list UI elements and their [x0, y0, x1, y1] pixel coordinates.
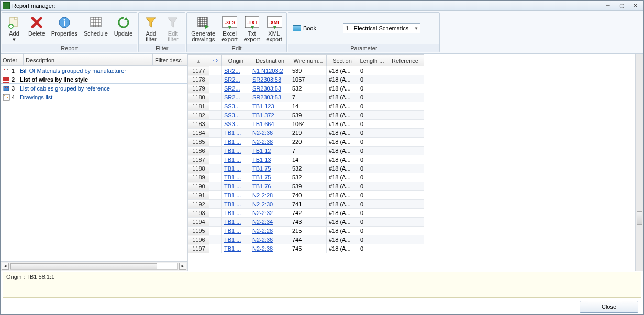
table-row[interactable]: 1188TB1 ...TB1 75532#18 (A...0	[188, 164, 424, 173]
cell-destination[interactable]: N2-2:28	[250, 191, 290, 200]
col-filter[interactable]: Filter desc	[153, 54, 187, 65]
row-number[interactable]: 1188	[188, 164, 209, 173]
cell-destination[interactable]: N2-2:34	[250, 218, 290, 227]
row-number[interactable]: 1184	[188, 129, 209, 138]
report-list-item[interactable]: 4Drawings list	[1, 93, 187, 102]
delete-button[interactable]: Delete	[25, 14, 48, 43]
table-row[interactable]: 1178SR2...SR2303:531057#18 (A...0	[188, 75, 424, 84]
table-row[interactable]: 1181SS3...TB1 12314#18 (A...0	[188, 102, 424, 111]
row-number[interactable]: 1192	[188, 200, 209, 209]
cell-destination[interactable]: N2-2:36	[250, 129, 290, 138]
add-button[interactable]: Add▾	[3, 14, 25, 43]
cell-origin[interactable]: SR2...	[222, 75, 250, 84]
row-number[interactable]: 1197	[188, 244, 209, 253]
cell-destination[interactable]: N2-2:30	[250, 200, 290, 209]
row-header-blank[interactable]: ▲	[188, 55, 209, 66]
row-number[interactable]: 1182	[188, 111, 209, 120]
cell-destination[interactable]: TB1 372	[250, 111, 290, 120]
cell-destination[interactable]: TB1 76	[250, 182, 290, 191]
cell-destination[interactable]: TB1 75	[250, 164, 290, 173]
table-row[interactable]: 1197TB1 ...N2-2:38745#18 (A...0	[188, 244, 424, 253]
cell-origin[interactable]: SS3...	[222, 120, 250, 129]
cell-origin[interactable]: TB1 ...	[222, 129, 250, 138]
table-row[interactable]: 1177SR2...N1 N1203:2539#18 (A...0	[188, 66, 424, 75]
row-number[interactable]: 1194	[188, 218, 209, 227]
cell-destination[interactable]: N2-2:38	[250, 138, 290, 147]
cell-origin[interactable]: SR2...	[222, 93, 250, 102]
table-row[interactable]: 1187TB1 ...TB1 1314#18 (A...0	[188, 155, 424, 164]
row-number[interactable]: 1196	[188, 235, 209, 244]
left-hscrollbar[interactable]: ◄ ►	[1, 261, 187, 271]
cell-origin[interactable]: TB1 ...	[222, 235, 250, 244]
row-number[interactable]: 1186	[188, 147, 209, 155]
cell-origin[interactable]: TB1 ...	[222, 209, 250, 218]
cell-destination[interactable]: SR2303:53	[250, 75, 290, 84]
cell-origin[interactable]: SS3...	[222, 102, 250, 111]
table-row[interactable]: 1182SS3...TB1 372539#18 (A...0	[188, 111, 424, 120]
cell-origin[interactable]: TB1 ...	[222, 182, 250, 191]
add-filter-button[interactable]: Add filter	[140, 14, 162, 43]
excel-export-button[interactable]: .XLS Excel export	[218, 14, 241, 43]
cell-origin[interactable]: TB1 ...	[222, 155, 250, 164]
grid-vscrollbar[interactable]	[635, 54, 643, 271]
cell-origin[interactable]: SR2...	[222, 84, 250, 93]
cell-origin[interactable]: TB1 ...	[222, 164, 250, 173]
row-number[interactable]: 1183	[188, 120, 209, 129]
cell-destination[interactable]: TB1 12	[250, 147, 290, 155]
close-window-button[interactable]: ✕	[629, 2, 641, 9]
report-list-item[interactable]: 1Bill Of Materials grouped by manufactur…	[1, 66, 187, 75]
cell-destination[interactable]: N2-2:28	[250, 227, 290, 235]
table-row[interactable]: 1192TB1 ...N2-2:30741#18 (A...0	[188, 200, 424, 209]
cell-destination[interactable]: TB1 123	[250, 102, 290, 111]
col-wirenum[interactable]: Wire num...	[290, 55, 327, 66]
cell-origin[interactable]: TB1 ...	[222, 147, 250, 155]
cell-origin[interactable]: TB1 ...	[222, 218, 250, 227]
col-origin[interactable]: Origin	[222, 55, 250, 66]
table-row[interactable]: 1194TB1 ...N2-2:34743#18 (A...0	[188, 218, 424, 227]
cell-destination[interactable]: TB1 75	[250, 173, 290, 182]
minimize-button[interactable]: ─	[602, 2, 614, 9]
row-number[interactable]: 1185	[188, 138, 209, 147]
update-button[interactable]: Update	[111, 14, 136, 43]
generate-drawings-button[interactable]: Generate drawings	[188, 14, 218, 43]
book-select[interactable]: 1 - Electrical Schematics ▼	[343, 23, 420, 33]
col-length[interactable]: Length ...	[358, 55, 386, 66]
cell-destination[interactable]: TB1 13	[250, 155, 290, 164]
cell-origin[interactable]: SR2...	[222, 66, 250, 75]
cell-destination[interactable]: N2-2:38	[250, 244, 290, 253]
xml-export-button[interactable]: .XML XML export	[263, 14, 285, 43]
cell-origin[interactable]: SS3...	[222, 111, 250, 120]
report-list-item[interactable]: 2List of wires by line style	[1, 75, 187, 84]
row-number[interactable]: 1180	[188, 93, 209, 102]
cell-destination[interactable]: N2-2:32	[250, 209, 290, 218]
row-number[interactable]: 1181	[188, 102, 209, 111]
table-row[interactable]: 1179SR2...SR2303:53532#18 (A...0	[188, 84, 424, 93]
close-button[interactable]: Close	[580, 301, 638, 313]
row-number[interactable]: 1178	[188, 75, 209, 84]
cell-origin[interactable]: TB1 ...	[222, 200, 250, 209]
table-row[interactable]: 1183SS3...TB1 6641064#18 (A...0	[188, 120, 424, 129]
col-section[interactable]: Section	[327, 55, 358, 66]
cell-destination[interactable]: SR2303:53	[250, 84, 290, 93]
col-order[interactable]: Order	[1, 54, 24, 65]
cell-destination[interactable]: N1 N1203:2	[250, 66, 290, 75]
schedule-button[interactable]: Schedule	[81, 14, 111, 43]
cell-origin[interactable]: TB1 ...	[222, 244, 250, 253]
row-number[interactable]: 1189	[188, 173, 209, 182]
cell-origin[interactable]: TB1 ...	[222, 138, 250, 147]
cell-destination[interactable]: N2-2:36	[250, 235, 290, 244]
cell-origin[interactable]: TB1 ...	[222, 191, 250, 200]
row-number[interactable]: 1193	[188, 209, 209, 218]
maximize-button[interactable]: ▢	[615, 2, 628, 9]
report-list-item[interactable]: 3List of cables grouped by reference	[1, 84, 187, 93]
scroll-left-icon[interactable]: ◄	[2, 263, 9, 270]
row-number[interactable]: 1195	[188, 227, 209, 235]
row-number[interactable]: 1190	[188, 182, 209, 191]
cell-destination[interactable]: SR2303:53	[250, 93, 290, 102]
row-number[interactable]: 1191	[188, 191, 209, 200]
col-reference[interactable]: Reference	[386, 55, 424, 66]
cell-destination[interactable]: TB1 664	[250, 120, 290, 129]
edit-filter-button[interactable]: Edit filter	[162, 14, 184, 43]
row-number[interactable]: 1179	[188, 84, 209, 93]
row-number[interactable]: 1177	[188, 66, 209, 75]
